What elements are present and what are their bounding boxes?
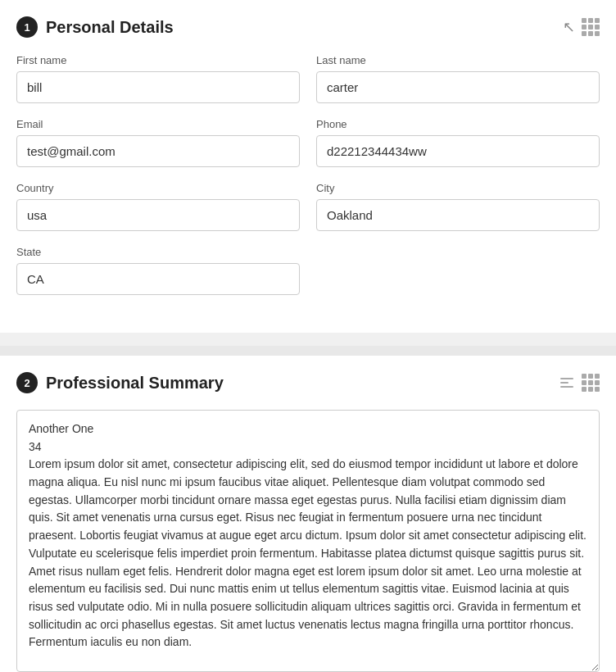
form-group-last-name: Last name <box>316 54 600 103</box>
lines-icon-line-3 <box>560 386 573 388</box>
form-group-first-name: First name <box>16 54 300 103</box>
section-controls-2 <box>560 374 600 392</box>
section-title-2: Professional Summary <box>46 374 224 393</box>
input-country[interactable] <box>16 199 300 231</box>
grid-icon-2[interactable] <box>582 374 600 392</box>
divider <box>0 346 616 356</box>
form-group-city: City <box>316 182 600 231</box>
label-email: Email <box>16 118 300 130</box>
input-city[interactable] <box>316 199 600 231</box>
form-group-state: State <box>16 246 300 295</box>
form-group-phone: Phone <box>316 118 600 167</box>
cursor-icon: ↖ <box>563 18 575 36</box>
section-number-1: 1 <box>16 16 38 38</box>
form-row-contact: Email Phone <box>16 118 600 167</box>
input-first-name[interactable] <box>16 71 300 103</box>
input-email[interactable] <box>16 135 300 167</box>
label-state: State <box>16 246 300 258</box>
lines-icon[interactable] <box>560 378 573 388</box>
grid-icon-1[interactable] <box>582 18 600 36</box>
lines-icon-line-2 <box>560 382 568 384</box>
form-row-name: First name Last name <box>16 54 600 103</box>
lines-icon-line-1 <box>560 378 573 379</box>
section-title-1: Personal Details <box>46 18 174 37</box>
label-last-name: Last name <box>316 54 600 66</box>
input-state[interactable] <box>16 263 300 295</box>
label-first-name: First name <box>16 54 300 66</box>
label-phone: Phone <box>316 118 600 130</box>
section-controls-1: ↖ <box>563 18 600 36</box>
professional-summary-section: 2 Professional Summary <box>0 356 616 672</box>
textarea-summary[interactable] <box>16 410 600 672</box>
section-title-group: 1 Personal Details <box>16 16 174 38</box>
form-row-state: State <box>16 246 600 295</box>
section-number-2: 2 <box>16 372 38 393</box>
section-title-group-2: 2 Professional Summary <box>16 372 224 393</box>
form-group-country: Country <box>16 182 300 231</box>
input-phone[interactable] <box>316 135 600 167</box>
personal-details-section: 1 Personal Details ↖ First name Last nam… <box>0 0 616 333</box>
label-country: Country <box>16 182 300 194</box>
section-header: 1 Personal Details ↖ <box>16 16 600 38</box>
section-header-2: 2 Professional Summary <box>16 372 600 393</box>
form-group-email: Email <box>16 118 300 167</box>
input-last-name[interactable] <box>316 71 600 103</box>
label-city: City <box>316 182 600 194</box>
form-row-location: Country City <box>16 182 600 231</box>
